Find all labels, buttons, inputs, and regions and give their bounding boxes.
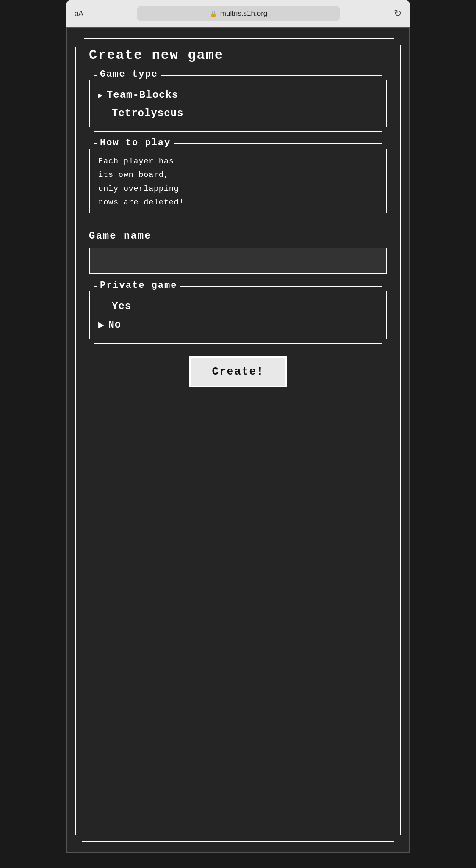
game-name-input[interactable] xyxy=(89,248,387,274)
page-border: Create new game Game type ▶ Team-Blocks … xyxy=(75,38,401,842)
private-yes-label: Yes xyxy=(112,300,131,312)
create-button-container: Create! xyxy=(89,356,387,387)
htp-corner-tr xyxy=(382,143,387,149)
selected-arrow-icon: ▶ xyxy=(98,91,103,100)
game-type-option-team-blocks[interactable]: ▶ Team-Blocks xyxy=(98,86,378,104)
browser-chrome: aA 🔒 multris.s1h.org ↻ xyxy=(66,0,410,27)
url-text: multris.s1h.org xyxy=(220,9,267,18)
pg-corner-tr xyxy=(382,286,387,291)
game-name-label: Game name xyxy=(89,230,387,242)
game-type-title: Game type xyxy=(97,69,161,80)
reload-button[interactable]: ↻ xyxy=(394,8,401,19)
tetrolyseus-label: Tetrolyseus xyxy=(112,107,183,119)
private-no-label: No xyxy=(108,319,121,331)
game-type-option-tetrolyseus[interactable]: Tetrolyseus xyxy=(98,104,378,122)
pg-corner-tl xyxy=(89,286,94,291)
htp-corner-bl xyxy=(89,213,94,218)
htp-corner-br xyxy=(382,213,387,218)
panel-corner-br xyxy=(382,127,387,132)
panel-corner-tl xyxy=(89,75,94,80)
private-game-yes[interactable]: Yes xyxy=(98,297,378,315)
how-to-play-description: Each player hasits own board,only overla… xyxy=(98,154,378,209)
page-corner-bl xyxy=(75,835,82,842)
create-button[interactable]: Create! xyxy=(189,356,286,387)
page-title: Create new game xyxy=(89,47,387,63)
font-size-label[interactable]: aA xyxy=(75,9,83,18)
game-container: Create new game Game type ▶ Team-Blocks … xyxy=(66,27,410,853)
pg-corner-bl xyxy=(89,339,94,344)
pg-corner-br xyxy=(382,339,387,344)
private-game-title: Private game xyxy=(97,280,180,291)
selected-no-arrow-icon: ▶ xyxy=(98,319,105,331)
team-blocks-label: Team-Blocks xyxy=(107,89,178,101)
how-to-play-panel: How to play Each player hasits own board… xyxy=(89,143,387,218)
page-corner-br xyxy=(394,835,401,842)
game-type-panel: Game type ▶ Team-Blocks Tetrolyseus xyxy=(89,75,387,132)
page-corner-tl xyxy=(75,38,82,45)
panel-corner-bl xyxy=(89,127,94,132)
how-to-play-title: How to play xyxy=(97,138,174,148)
page-corner-tr xyxy=(394,38,401,45)
private-game-panel: Private game Yes ▶ No xyxy=(89,286,387,344)
panel-corner-tr xyxy=(382,75,387,80)
lock-icon: 🔒 xyxy=(210,10,217,17)
private-game-no[interactable]: ▶ No xyxy=(98,315,378,334)
game-name-section: Game name xyxy=(89,230,387,286)
url-bar[interactable]: 🔒 multris.s1h.org xyxy=(137,6,340,21)
htp-corner-tl xyxy=(89,143,94,149)
